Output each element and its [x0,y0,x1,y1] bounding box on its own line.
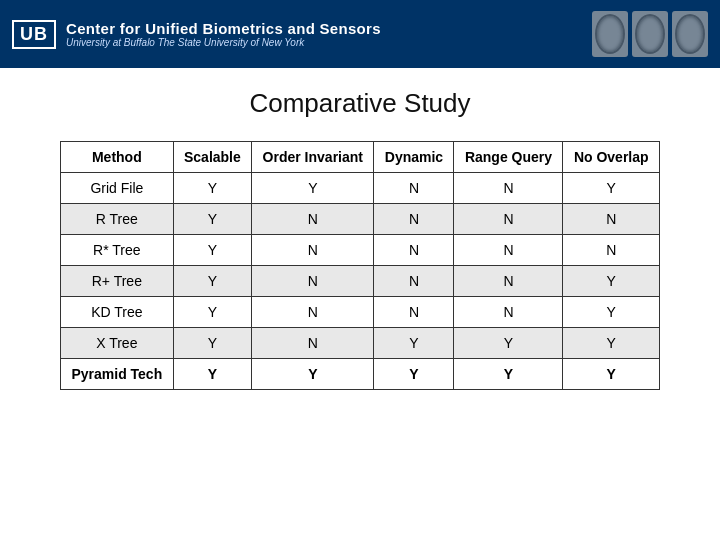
col-dynamic: Dynamic [374,142,454,173]
table-row: Grid FileYYNNY [61,173,660,204]
col-scalable: Scalable [173,142,251,173]
comparison-table: Method Scalable Order Invariant Dynamic … [60,141,660,390]
header-subtitle: University at Buffalo The State Universi… [66,37,381,48]
fingerprint-3 [672,11,708,57]
header-text: Center for Unified Biometrics and Sensor… [66,20,381,48]
header-title: Center for Unified Biometrics and Sensor… [66,20,381,37]
page-title: Comparative Study [60,88,660,119]
table-row: X TreeYNYYY [61,328,660,359]
fingerprint-images [592,11,708,57]
table-row: R TreeYNNNN [61,204,660,235]
col-no-overlap: No Overlap [563,142,660,173]
page-header: UB Center for Unified Biometrics and Sen… [0,0,720,68]
table-row: Pyramid TechYYYYY [61,359,660,390]
main-content: Comparative Study Method Scalable Order … [0,68,720,410]
col-method: Method [61,142,174,173]
table-row: R+ TreeYNNNY [61,266,660,297]
fingerprint-2 [632,11,668,57]
col-order-invariant: Order Invariant [252,142,374,173]
logo-box: UB Center for Unified Biometrics and Sen… [12,20,381,49]
table-header-row: Method Scalable Order Invariant Dynamic … [61,142,660,173]
fingerprint-1 [592,11,628,57]
ub-logo: UB [12,20,56,49]
col-range-query: Range Query [454,142,563,173]
table-row: KD TreeYNNNY [61,297,660,328]
table-row: R* TreeYNNNN [61,235,660,266]
